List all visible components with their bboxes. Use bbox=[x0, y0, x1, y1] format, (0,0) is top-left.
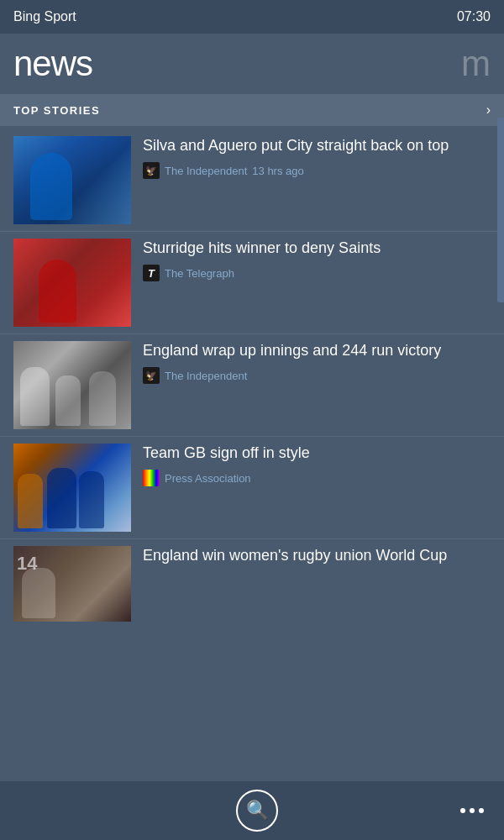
search-icon: 🔍 bbox=[246, 800, 269, 822]
telegraph-icon-2: T bbox=[143, 265, 160, 281]
search-button[interactable]: 🔍 bbox=[236, 790, 278, 832]
news-source-2: T The Telegraph bbox=[143, 265, 491, 281]
top-stories-bar[interactable]: TOP STORIES › bbox=[0, 94, 504, 126]
source-name-2: The Telegraph bbox=[165, 267, 234, 280]
news-source-3: 🦅 The Independent bbox=[143, 367, 491, 384]
news-image-5: 14 bbox=[13, 546, 131, 622]
news-item-2[interactable]: Sturridge hits winner to deny Saints T T… bbox=[0, 232, 504, 334]
news-image-2 bbox=[13, 239, 131, 327]
pa-icon-4 bbox=[143, 470, 160, 486]
news-list: Silva and Aguero put City straight back … bbox=[0, 129, 504, 628]
news-content-4: Team GB sign off in style Press Associat… bbox=[143, 444, 491, 486]
top-stories-chevron-icon: › bbox=[486, 102, 491, 118]
news-content-1: Silva and Aguero put City straight back … bbox=[143, 136, 491, 179]
page-title: news bbox=[13, 44, 92, 84]
news-content-2: Sturridge hits winner to deny Saints T T… bbox=[143, 239, 491, 281]
dot-1 bbox=[460, 808, 465, 813]
news-item-3[interactable]: England wrap up innings and 244 run vict… bbox=[0, 334, 504, 437]
status-bar: Bing Sport 07:30 bbox=[0, 0, 504, 34]
page-header: news m bbox=[0, 34, 504, 91]
news-item-5[interactable]: 14 England win women's rugby union World… bbox=[0, 539, 504, 628]
source-time-1: 13 hrs ago bbox=[252, 165, 303, 177]
news-source-4: Press Association bbox=[143, 470, 491, 486]
app-name: Bing Sport bbox=[13, 9, 76, 24]
more-button[interactable] bbox=[460, 808, 484, 813]
news-image-1 bbox=[13, 136, 131, 224]
news-image-4 bbox=[13, 444, 131, 532]
independent-icon-3: 🦅 bbox=[143, 367, 160, 384]
news-content-3: England wrap up innings and 244 run vict… bbox=[143, 341, 491, 384]
news-content-5: England win women's rugby union World Cu… bbox=[143, 546, 491, 572]
news-headline-2: Sturridge hits winner to deny Saints bbox=[143, 239, 491, 258]
news-item-4[interactable]: Team GB sign off in style Press Associat… bbox=[0, 437, 504, 539]
news-headline-4: Team GB sign off in style bbox=[143, 444, 491, 463]
news-headline-3: England wrap up innings and 244 run vict… bbox=[143, 341, 491, 360]
independent-icon-1: 🦅 bbox=[143, 162, 160, 179]
dot-2 bbox=[470, 808, 475, 813]
dot-3 bbox=[479, 808, 484, 813]
top-stories-label: TOP STORIES bbox=[13, 104, 100, 117]
source-name-4: Press Association bbox=[165, 472, 251, 485]
bottom-nav: 🔍 bbox=[0, 781, 504, 840]
news-item-1[interactable]: Silva and Aguero put City straight back … bbox=[0, 129, 504, 232]
source-name-3: The Independent bbox=[165, 370, 247, 382]
news-headline-1: Silva and Aguero put City straight back … bbox=[143, 136, 491, 155]
news-image-3 bbox=[13, 341, 131, 429]
sidebar-scroll-indicator bbox=[497, 118, 504, 302]
next-section-label: m bbox=[461, 44, 491, 84]
source-name-1: The Independent bbox=[165, 165, 247, 177]
news-headline-5: England win women's rugby union World Cu… bbox=[143, 546, 491, 565]
status-time: 07:30 bbox=[457, 9, 491, 24]
news-source-1: 🦅 The Independent 13 hrs ago bbox=[143, 162, 491, 179]
